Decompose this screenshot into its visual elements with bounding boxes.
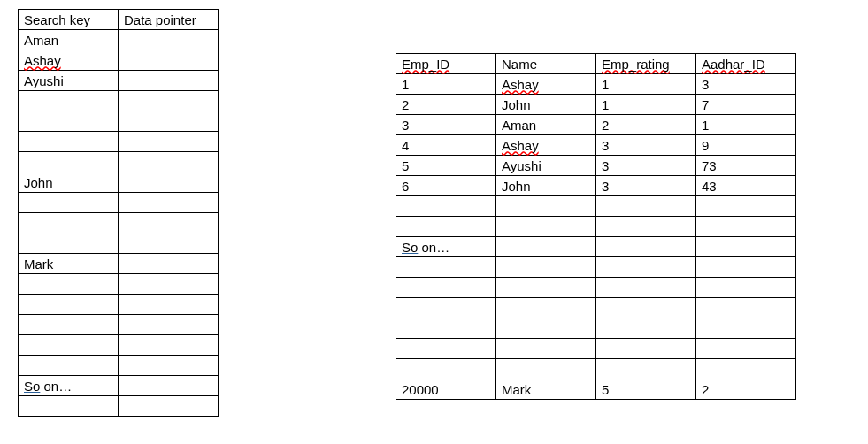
cell-aadhar-id: 2 bbox=[696, 379, 796, 400]
tables-container: Search key Data pointer Aman Ashay Ayush… bbox=[18, 9, 850, 417]
cell-data-pointer bbox=[119, 132, 219, 152]
header-name: Name bbox=[496, 54, 596, 74]
cell-data-pointer bbox=[119, 295, 219, 315]
cell-search-key: John bbox=[19, 172, 119, 193]
cell-emp-rating: 1 bbox=[596, 74, 696, 95]
table-row: 5 Ayushi 3 73 bbox=[396, 156, 796, 176]
cell-emp-rating bbox=[596, 217, 696, 237]
table-row: Mark bbox=[19, 254, 219, 274]
cell-aadhar-id: 3 bbox=[696, 74, 796, 95]
cell-data-pointer bbox=[119, 315, 219, 335]
cell-data-pointer bbox=[119, 50, 219, 71]
table-row bbox=[396, 257, 796, 278]
table-row: Aman bbox=[19, 30, 219, 50]
cell-name: Aman bbox=[496, 115, 596, 135]
cell-search-key: Ashay bbox=[19, 50, 119, 71]
table-row: 1 Ashay 1 3 bbox=[396, 74, 796, 95]
cell-emp-rating bbox=[596, 257, 696, 278]
table-row bbox=[396, 196, 796, 217]
cell-search-key bbox=[19, 111, 119, 132]
cell-name bbox=[496, 217, 596, 237]
cell-name bbox=[496, 257, 596, 278]
cell-data-pointer bbox=[119, 254, 219, 274]
cell-name: Ashay bbox=[496, 135, 596, 156]
table-row: 2 John 1 7 bbox=[396, 95, 796, 115]
cell-aadhar-id: 1 bbox=[696, 115, 796, 135]
table-row bbox=[19, 233, 219, 254]
header-data-pointer: Data pointer bbox=[119, 10, 219, 30]
cell-emp-id bbox=[396, 257, 496, 278]
table-header-row: Emp_ID Name Emp_rating Aadhar_ID bbox=[396, 54, 796, 74]
table-row bbox=[19, 274, 219, 295]
cell-name bbox=[496, 237, 596, 257]
table-row: Ayushi bbox=[19, 71, 219, 91]
table-row bbox=[19, 356, 219, 376]
cell-name: Mark bbox=[496, 379, 596, 400]
table-row: 3 Aman 2 1 bbox=[396, 115, 796, 135]
cell-emp-id: 4 bbox=[396, 135, 496, 156]
cell-data-pointer bbox=[119, 172, 219, 193]
cell-data-pointer bbox=[119, 91, 219, 111]
cell-data-pointer bbox=[119, 335, 219, 356]
cell-name: Ayushi bbox=[496, 156, 596, 176]
cell-search-key: Ayushi bbox=[19, 71, 119, 91]
cell-search-key bbox=[19, 335, 119, 356]
cell-data-pointer bbox=[119, 152, 219, 172]
cell-name: John bbox=[496, 95, 596, 115]
cell-data-pointer bbox=[119, 111, 219, 132]
cell-data-pointer bbox=[119, 396, 219, 417]
cell-aadhar-id bbox=[696, 257, 796, 278]
cell-aadhar-id: 7 bbox=[696, 95, 796, 115]
cell-search-key bbox=[19, 274, 119, 295]
cell-emp-rating: 3 bbox=[596, 156, 696, 176]
cell-aadhar-id bbox=[696, 318, 796, 339]
cell-search-key bbox=[19, 233, 119, 254]
cell-search-key: Mark bbox=[19, 254, 119, 274]
cell-data-pointer bbox=[119, 274, 219, 295]
cell-emp-id bbox=[396, 339, 496, 359]
cell-emp-id bbox=[396, 318, 496, 339]
table-row bbox=[19, 152, 219, 172]
index-table-wrapper: Search key Data pointer Aman Ashay Ayush… bbox=[18, 9, 219, 417]
cell-emp-id: 2 bbox=[396, 95, 496, 115]
table-row bbox=[396, 359, 796, 379]
table-row: 6 John 3 43 bbox=[396, 176, 796, 196]
cell-search-key bbox=[19, 193, 119, 213]
cell-search-key bbox=[19, 315, 119, 335]
cell-search-key bbox=[19, 396, 119, 417]
cell-search-key bbox=[19, 356, 119, 376]
cell-aadhar-id bbox=[696, 196, 796, 217]
cell-data-pointer bbox=[119, 376, 219, 396]
table-row bbox=[19, 295, 219, 315]
cell-search-key bbox=[19, 91, 119, 111]
table-row: John bbox=[19, 172, 219, 193]
cell-emp-rating bbox=[596, 237, 696, 257]
table-header-row: Search key Data pointer bbox=[19, 10, 219, 30]
header-emp-rating: Emp_rating bbox=[596, 54, 696, 74]
cell-emp-id: 1 bbox=[396, 74, 496, 95]
cell-emp-rating bbox=[596, 298, 696, 318]
cell-aadhar-id: 9 bbox=[696, 135, 796, 156]
cell-data-pointer bbox=[119, 71, 219, 91]
table-row bbox=[396, 217, 796, 237]
cell-data-pointer bbox=[119, 213, 219, 233]
cell-emp-id: 3 bbox=[396, 115, 496, 135]
cell-data-pointer bbox=[119, 233, 219, 254]
table-row bbox=[19, 213, 219, 233]
cell-emp-rating: 2 bbox=[596, 115, 696, 135]
cell-search-key bbox=[19, 152, 119, 172]
cell-search-key: So on… bbox=[19, 376, 119, 396]
employee-table: Emp_ID Name Emp_rating Aadhar_ID 1 Ashay… bbox=[396, 53, 796, 400]
cell-name bbox=[496, 339, 596, 359]
table-row: Ashay bbox=[19, 50, 219, 71]
cell-data-pointer bbox=[119, 193, 219, 213]
cell-emp-rating bbox=[596, 318, 696, 339]
table-row bbox=[19, 193, 219, 213]
header-search-key: Search key bbox=[19, 10, 119, 30]
employee-table-wrapper: Emp_ID Name Emp_rating Aadhar_ID 1 Ashay… bbox=[396, 53, 796, 400]
cell-data-pointer bbox=[119, 356, 219, 376]
cell-emp-rating: 3 bbox=[596, 135, 696, 156]
index-table: Search key Data pointer Aman Ashay Ayush… bbox=[18, 9, 219, 417]
cell-emp-id: 6 bbox=[396, 176, 496, 196]
cell-name bbox=[496, 318, 596, 339]
